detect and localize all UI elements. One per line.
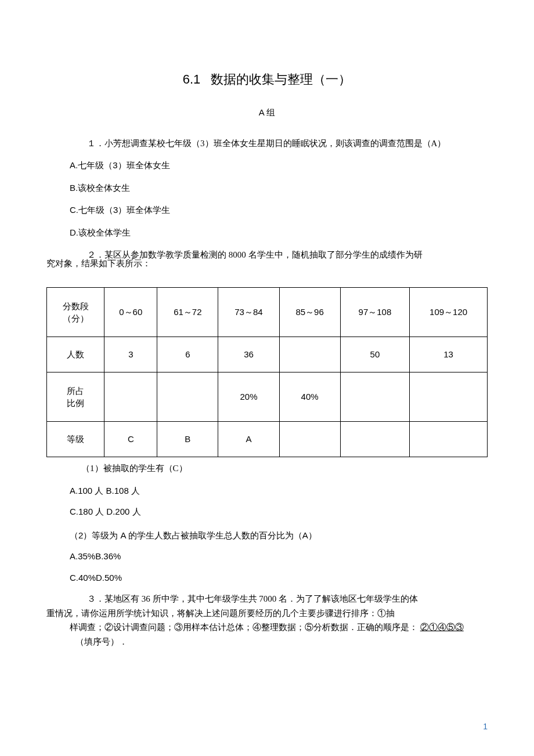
row-percent-label-l1: 所占 [50, 385, 100, 397]
header-c3: 73～84 [218, 288, 279, 337]
row-count-v3: 36 [218, 337, 279, 372]
section-title: 数据的收集与整理（一） [211, 72, 351, 86]
table-row-grade: 等级 C B A [47, 422, 488, 457]
q3-block: ３．某地区有 36 所中学，其中七年级学生共 7000 名．为了了解该地区七年级… [46, 592, 488, 648]
header-c2: 61～72 [157, 288, 218, 337]
q3-line3: 样调查；②设计调查问题；③用样本估计总体；④整理数据；⑤分析数据．正确的顺序是：… [70, 621, 488, 634]
q2-sub1-options-line2: C.180 人 D.200 人 [70, 505, 488, 519]
row-grade-v6 [410, 422, 488, 457]
row-grade-v1: C [104, 422, 157, 457]
section-number: 6.1 [183, 72, 201, 86]
page: 6.1数据的收集与整理（一） A 组 １．小芳想调查某校七年级（3）班全体女生星… [0, 0, 534, 756]
q2-sub2-options-line2: C.40%D.50% [70, 571, 488, 585]
q3-line3-text: 样调查；②设计调查问题；③用样本估计总体；④整理数据；⑤分析数据．正确的顺序是： [70, 623, 418, 632]
header-c1: 0～60 [104, 288, 157, 337]
row-grade-label: 等级 [47, 422, 104, 457]
header-c6: 109～120 [410, 288, 488, 337]
q1-option-b: B.该校全体女生 [70, 182, 488, 195]
q1-option-c: C.七年级（3）班全体学生 [70, 204, 488, 217]
row-percent-v3: 20% [218, 372, 279, 422]
header-score-range: 分数段 （分） [47, 288, 104, 337]
row-count-v6: 13 [410, 337, 488, 372]
page-title: 6.1数据的收集与整理（一） [46, 70, 488, 89]
q2-table: 分数段 （分） 0～60 61～72 73～84 85～96 97～108 10… [46, 287, 488, 457]
table-header-row: 分数段 （分） 0～60 61～72 73～84 85～96 97～108 10… [47, 288, 488, 337]
row-percent-v1 [104, 372, 157, 422]
q3-line1: ３．某地区有 36 所中学，其中七年级学生共 7000 名．为了了解该地区七年级… [70, 592, 488, 606]
row-count-v2: 6 [157, 337, 218, 372]
row-percent-v5 [340, 372, 409, 422]
row-percent-label: 所占 比例 [47, 372, 104, 422]
q2-sub1-options-line1: A.100 人 B.108 人 [70, 484, 488, 498]
q2-sub2-options-line1: A.35%B.36% [70, 550, 488, 563]
row-percent-label-l2: 比例 [50, 397, 100, 409]
table-row-percent: 所占 比例 20% 40% [47, 372, 488, 422]
q3-answer: ②①④⑤③ [420, 623, 464, 632]
header-score-range-l1: 分数段 [50, 300, 100, 312]
q1-stem: １．小芳想调查某校七年级（3）班全体女生星期日的睡眠状况，则该调查的调查范围是（… [70, 137, 488, 150]
row-grade-v5 [340, 422, 409, 457]
row-percent-v4: 40% [279, 372, 340, 422]
q3-line4: （填序号）． [75, 635, 488, 649]
row-grade-v2: B [157, 422, 218, 457]
row-count-v5: 50 [340, 337, 409, 372]
row-count-v4 [279, 337, 340, 372]
row-count-v1: 3 [104, 337, 157, 372]
header-c4: 85～96 [279, 288, 340, 337]
page-number: 1 [483, 721, 488, 733]
q2-sub1-stem: （1）被抽取的学生有（C） [81, 462, 488, 475]
row-count-label: 人数 [47, 337, 104, 372]
row-percent-v6 [410, 372, 488, 422]
table-row-count: 人数 3 6 36 50 13 [47, 337, 488, 372]
row-percent-v2 [157, 372, 218, 422]
row-grade-v4 [279, 422, 340, 457]
group-label: A 组 [46, 106, 488, 120]
q1-option-a: A.七年级（3）班全体女生 [70, 159, 488, 172]
q2-sub2-stem: （2）等级为 A 的学生人数占被抽取学生总人数的百分比为（A） [70, 529, 488, 542]
row-grade-v3: A [218, 422, 279, 457]
header-c5: 97～108 [340, 288, 409, 337]
header-score-range-l2: （分） [50, 312, 100, 324]
q3-line2: 重情况，请你运用所学统计知识，将解决上述问题所要经历的几个主要步骤进行排序：①抽 [46, 607, 488, 620]
q1-option-d: D.该校全体学生 [70, 226, 488, 240]
